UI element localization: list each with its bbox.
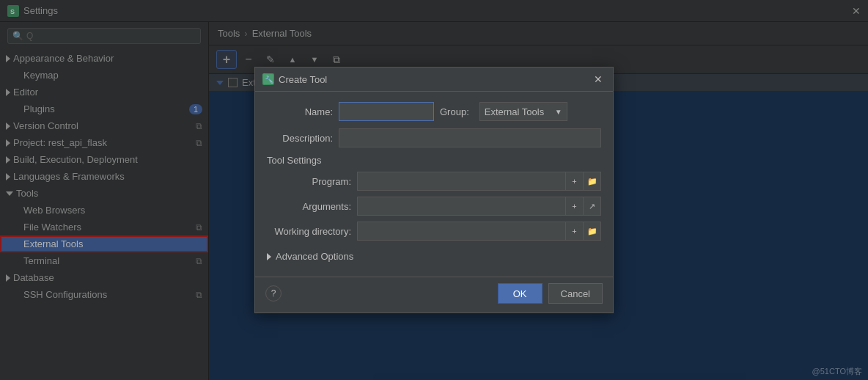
tool-settings-section: Tool Settings Program: + 📁 Arguments:	[267, 155, 601, 241]
program-row: Program: + 📁	[267, 172, 601, 191]
arguments-row: Arguments: + ↗	[267, 197, 601, 216]
advanced-options-label: Advanced Options	[276, 251, 353, 262]
dialog-body: Name: Group: External Tools ▼ Descriptio…	[255, 92, 613, 277]
help-button[interactable]: ?	[265, 285, 282, 302]
arguments-label: Arguments:	[267, 201, 351, 212]
dialog-titlebar: 🔧 Create Tool ✕	[255, 67, 613, 92]
name-input[interactable]	[339, 102, 434, 121]
advanced-options-row[interactable]: Advanced Options	[267, 246, 601, 266]
dialog-footer: ? OK Cancel	[255, 277, 613, 313]
tool-settings-label: Tool Settings	[267, 155, 601, 166]
working-dir-input-wrapper: + 📁	[357, 222, 601, 241]
dialog-title: Create Tool	[279, 74, 327, 85]
dialog-close-button[interactable]: ✕	[591, 72, 606, 87]
description-label: Description:	[267, 133, 333, 144]
working-dir-input[interactable]	[358, 226, 565, 237]
advanced-options-collapse-icon	[267, 253, 271, 260]
program-input-wrapper: + 📁	[357, 172, 601, 191]
working-dir-label: Working directory:	[267, 226, 351, 237]
description-row: Description:	[267, 128, 601, 147]
description-input[interactable]	[339, 128, 601, 147]
working-dir-folder-btn[interactable]: 📁	[583, 222, 600, 240]
group-select-value: External Tools	[485, 106, 544, 117]
watermark: @51CTO博客	[812, 366, 862, 377]
dialog-title-left: 🔧 Create Tool	[262, 73, 327, 85]
name-group-row: Name: Group: External Tools ▼	[267, 102, 601, 121]
program-folder-btn[interactable]: 📁	[583, 172, 600, 190]
arguments-add-btn[interactable]: +	[565, 197, 583, 215]
dialog-overlay: 🔧 Create Tool ✕ Name: Group: External To…	[0, 0, 868, 380]
name-label: Name:	[267, 106, 333, 117]
cancel-button[interactable]: Cancel	[548, 283, 603, 304]
dialog-icon: 🔧	[262, 73, 274, 85]
arguments-input-wrapper: + ↗	[357, 197, 601, 216]
arguments-input[interactable]	[358, 201, 565, 212]
group-select[interactable]: External Tools ▼	[479, 102, 567, 121]
program-add-btn[interactable]: +	[565, 172, 583, 190]
footer-buttons: OK Cancel	[498, 283, 603, 304]
working-dir-row: Working directory: + 📁	[267, 222, 601, 241]
program-label: Program:	[267, 176, 351, 187]
svg-text:🔧: 🔧	[265, 75, 273, 84]
create-tool-dialog: 🔧 Create Tool ✕ Name: Group: External To…	[254, 67, 614, 313]
group-label: Group:	[440, 106, 469, 117]
dropdown-arrow-icon: ▼	[555, 108, 562, 116]
working-dir-add-btn[interactable]: +	[565, 222, 583, 240]
arguments-expand-btn[interactable]: ↗	[583, 197, 600, 215]
ok-button[interactable]: OK	[498, 283, 542, 304]
program-input[interactable]	[358, 176, 565, 187]
